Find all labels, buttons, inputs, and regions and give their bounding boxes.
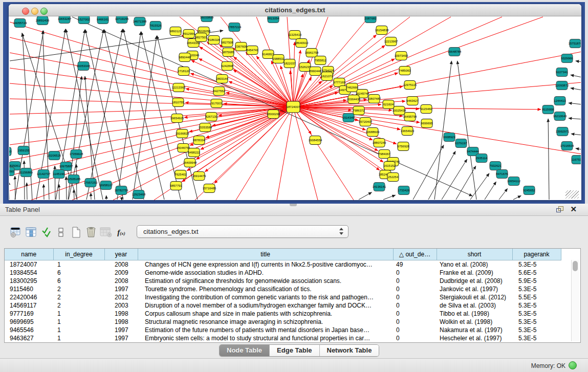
graph-node-label: 1621072	[321, 75, 333, 78]
window-titlebar[interactable]: citations_edges.txt	[9, 4, 581, 16]
graph-node-label: 9777169	[333, 81, 345, 84]
table-scrollbar[interactable]	[571, 260, 579, 341]
reference-edge	[27, 183, 27, 200]
column-header-pagerank[interactable]: pagerank	[512, 249, 561, 260]
graph-node-label: 8186328	[208, 38, 220, 41]
show-columns-button[interactable]	[24, 224, 39, 240]
graph-node-label: 15751874	[569, 42, 581, 45]
graph-node-label: 19384554	[309, 139, 322, 142]
table-cell: Estimation of the future numbers of pati…	[138, 326, 393, 334]
graph-node-label: 9498222	[188, 151, 200, 154]
table-column-icon	[25, 227, 37, 238]
table-cell: 0	[393, 326, 437, 334]
toggle-rows-button[interactable]	[53, 224, 69, 240]
column-header-outde[interactable]: △ out_de…	[393, 249, 437, 260]
table-cell: 9463627	[5, 334, 53, 342]
table-row[interactable]: 969969511998Structural magnetic resonanc…	[5, 318, 561, 326]
graph-node-label: 8912954	[183, 32, 195, 35]
table-cell: 1998	[104, 318, 138, 326]
table-cell: 1	[53, 260, 104, 269]
tab-network-table[interactable]: Network Table	[320, 345, 379, 356]
window-resize-grip[interactable]	[565, 190, 579, 199]
table-row[interactable]: 946362711997Embryonic stem cells: a mode…	[5, 334, 561, 342]
graph-node-label: 19654925	[170, 117, 184, 120]
table-row[interactable]: 977716911998Corpus callosum shape and si…	[5, 310, 561, 318]
graph-node-label: 9329966	[561, 57, 573, 60]
reference-edge	[485, 182, 496, 200]
graph-node-label: 10973493	[395, 54, 408, 57]
graph-node-label: 8115958	[542, 108, 555, 111]
function-builder-button[interactable]: f(x)	[114, 224, 129, 240]
close-panel-icon[interactable]: ✕	[570, 205, 577, 214]
table-cell: Structural magnetic resonance image aver…	[138, 318, 393, 326]
table-cell: de Silva et al. (2003)	[437, 301, 512, 310]
column-header-year[interactable]: year	[104, 249, 138, 260]
graph-node-label: 2718120	[178, 70, 190, 73]
table-header-row: namein_degreeyeartitle△ out_de…shortpage…	[5, 249, 561, 260]
column-header-name[interactable]: name	[5, 249, 53, 260]
table-cell: 22420046	[5, 293, 53, 301]
graph-node-label: 9474444	[467, 150, 479, 153]
graph-node-label: 9242848	[221, 64, 233, 68]
column-header-indegree[interactable]: in_degree	[53, 249, 104, 260]
graph-node-label: 16958107	[99, 184, 113, 187]
delete-column-button[interactable]	[83, 224, 99, 240]
graph-node-label: 16495794	[403, 115, 417, 118]
table-cell: Nakamura et al. (1997)	[437, 326, 512, 334]
network-canvas[interactable]: 1405572420891406106532871527002646616110…	[9, 16, 581, 200]
table-cell: 9465546	[5, 326, 53, 334]
table-row[interactable]: 1456911722003Disruption of a novel membe…	[5, 301, 561, 310]
graph-node-label: 391590	[9, 170, 14, 173]
table-row[interactable]: 1872400712008Changes of HCN gene express…	[5, 260, 561, 269]
table-settings-button[interactable]	[8, 224, 24, 240]
graph-node-label: 15720407	[359, 120, 373, 123]
table-cell: 0	[393, 318, 437, 326]
table-selector[interactable]: citations_edges.txt	[137, 225, 349, 238]
table-cell: 5.3E-5	[512, 318, 561, 326]
table-row[interactable]: 1830029562008Estimation of significance …	[5, 277, 561, 285]
column-header-title[interactable]: title	[138, 249, 393, 260]
table-cell: 5.3E-5	[512, 260, 561, 269]
delete-table-button[interactable]	[98, 224, 114, 240]
table-cell: Wolkin et al. (1998)	[437, 318, 512, 326]
reference-edge	[571, 75, 581, 77]
table-row[interactable]: 2242004622012Investigating the contribut…	[5, 293, 561, 301]
status-bar: Memory: OK	[0, 358, 588, 372]
table-scrollbar-thumb[interactable]	[573, 261, 578, 271]
graph-node-label: 9146821	[262, 53, 274, 56]
graph-node-label: 9756928	[397, 145, 409, 148]
graph-node-label: 1527002	[78, 18, 90, 21]
graph-node-label: 9827503	[195, 36, 207, 39]
graph-node-label: 9875685	[222, 51, 234, 54]
splitter-handle[interactable]	[290, 204, 297, 206]
column-header-short[interactable]: short	[437, 249, 512, 260]
table-cell: 9777169	[5, 310, 53, 318]
memory-status-label: Memory: OK	[531, 362, 565, 369]
reference-edge	[69, 30, 104, 200]
new-column-button[interactable]	[69, 224, 84, 240]
table-row[interactable]: 946554611997Estimation of the future num…	[5, 326, 561, 334]
table-panel-title: Table Panel	[5, 206, 40, 213]
reference-edge	[24, 161, 25, 200]
graph-node-label: 16033809	[200, 16, 214, 19]
table-cell: 2009	[104, 269, 138, 277]
reference-edge	[359, 192, 372, 200]
table-cell: 9115460	[5, 285, 53, 293]
graph-node-label: 16648784	[448, 50, 462, 53]
graph-node-label: 11156869	[19, 171, 33, 174]
graph-node-label: 7462666	[346, 86, 358, 89]
table-row[interactable]: 911546021997Tourette syndrome. Phenomeno…	[5, 285, 561, 293]
graph-node-label: 8454743	[246, 49, 258, 52]
table-row[interactable]: 1938455462009Genome-wide association stu…	[5, 269, 561, 277]
graph-node-label: 14671388	[133, 20, 147, 23]
graph-node-label: 7932621	[489, 164, 502, 167]
table-cell: 2	[53, 293, 104, 301]
graph-node-label: 20206526	[48, 154, 61, 157]
graph-node-label: 20891406	[36, 19, 50, 22]
tab-node-table[interactable]: Node Table	[220, 345, 270, 356]
table-cell: Franke et al. (2009)	[437, 269, 512, 277]
tab-edge-table[interactable]: Edge Table	[270, 345, 319, 356]
float-panel-icon[interactable]	[556, 206, 563, 212]
graph-node-label: 1733426	[398, 189, 410, 192]
select-all-button[interactable]	[39, 224, 54, 240]
